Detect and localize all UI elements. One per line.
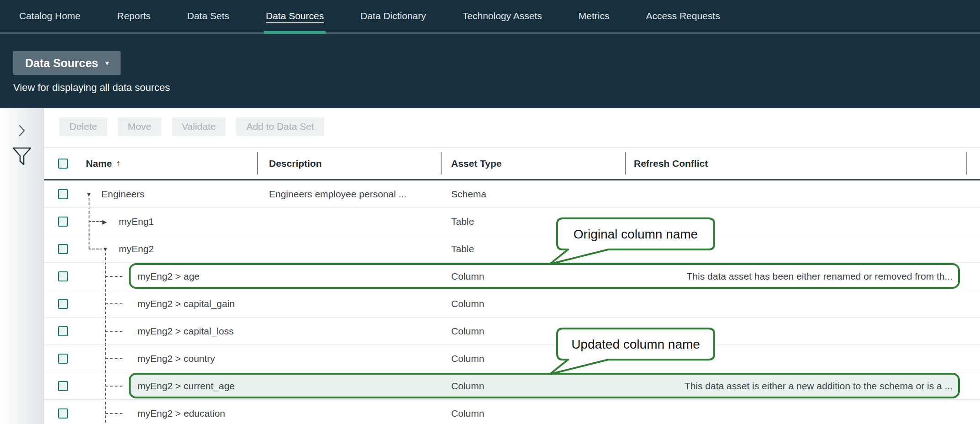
expand-panel-button[interactable] <box>0 125 44 137</box>
row-refresh-conflict <box>634 318 953 344</box>
add-to-data-set-button[interactable]: Add to Data Set <box>236 117 324 136</box>
table-row: myEng2 > current_age Column This data as… <box>44 372 980 400</box>
table-row: ▼ myEng2 Table <box>44 235 980 263</box>
row-asset-type: Column <box>451 290 484 317</box>
nav-item-data-sources[interactable]: Data Sources <box>266 11 324 21</box>
nav-item-data-dictionary[interactable]: Data Dictionary <box>360 11 426 21</box>
row-checkbox[interactable] <box>58 326 68 336</box>
row-refresh-conflict <box>634 180 953 207</box>
row-asset-type: Column <box>451 263 484 290</box>
table-row: myEng2 > education Column <box>44 400 980 424</box>
row-asset-type: Table <box>451 235 474 262</box>
tree-connector <box>89 221 102 222</box>
validate-button[interactable]: Validate <box>172 117 226 136</box>
column-divider <box>441 152 442 175</box>
table-body: ▼ Engineers Engineers employee personal … <box>44 180 980 424</box>
row-name[interactable]: myEng2 <box>119 235 154 262</box>
row-refresh-conflict <box>634 345 953 372</box>
row-asset-type: Column <box>451 345 484 372</box>
row-checkbox[interactable] <box>58 354 68 364</box>
column-divider <box>257 152 258 175</box>
expand-toggle[interactable]: ▼ <box>86 191 92 197</box>
row-asset-type: Column <box>451 318 484 344</box>
row-checkbox[interactable] <box>58 189 68 199</box>
chevron-down-icon: ▾ <box>105 59 109 67</box>
page-header: Data Sources ▾ View for displaying all d… <box>0 34 980 108</box>
row-name[interactable]: myEng2 > capital_gain <box>137 290 235 317</box>
tree-connector <box>105 386 122 387</box>
sort-ascending-icon: ↑ <box>116 159 121 169</box>
row-asset-type: Table <box>451 208 474 235</box>
row-refresh-conflict <box>634 235 953 262</box>
row-checkbox[interactable] <box>58 381 68 391</box>
table-row: ▼ Engineers Engineers employee personal … <box>44 180 980 208</box>
expand-toggle[interactable]: ▼ <box>102 245 108 252</box>
table-row: myEng2 > capital_loss Column <box>44 318 980 345</box>
table-row: myEng2 > age Column This data asset has … <box>44 263 980 290</box>
row-checkbox[interactable] <box>58 408 68 419</box>
delete-button[interactable]: Delete <box>59 117 107 136</box>
row-checkbox[interactable] <box>58 299 68 309</box>
row-refresh-conflict <box>634 400 953 424</box>
row-name[interactable]: myEng2 > age <box>137 263 200 290</box>
filter-funnel-icon <box>12 147 32 166</box>
row-refresh-conflict <box>634 208 953 235</box>
tree-connector <box>105 413 122 414</box>
data-sources-table: Delete Move Validate Add to Data Set Nam… <box>44 108 980 424</box>
select-all-checkbox[interactable] <box>58 159 68 169</box>
column-header-name[interactable]: Name ↑ <box>86 148 121 179</box>
tree-connector <box>105 276 122 277</box>
filter-button[interactable] <box>0 147 44 166</box>
left-rail <box>0 108 44 424</box>
table-header: Name ↑ Description Asset Type Refresh Co… <box>44 147 980 180</box>
data-catalog-page: Catalog Home Reports Data Sets Data Sour… <box>0 0 980 424</box>
row-refresh-conflict <box>634 290 953 317</box>
chevron-right-icon <box>18 125 26 137</box>
content-area: Delete Move Validate Add to Data Set Nam… <box>0 108 980 424</box>
expand-toggle[interactable]: ▶ <box>102 218 107 225</box>
row-name[interactable]: myEng2 > capital_loss <box>137 318 234 344</box>
view-description: View for displaying all data sources <box>13 82 170 94</box>
tree-connector <box>89 249 102 249</box>
row-refresh-conflict: This data asset has been either renamed … <box>634 263 953 290</box>
row-name[interactable]: myEng1 <box>119 208 154 235</box>
nav-item-data-sets[interactable]: Data Sets <box>187 11 229 21</box>
row-name[interactable]: myEng2 > current_age <box>137 372 235 399</box>
nav-item-catalog-home[interactable]: Catalog Home <box>19 11 80 21</box>
table-row: myEng2 > capital_gain Column <box>44 290 980 318</box>
row-asset-type: Column <box>451 372 484 399</box>
row-name[interactable]: myEng2 > country <box>137 345 215 372</box>
table-row: myEng2 > country Column <box>44 345 980 372</box>
tree-connector <box>105 303 122 304</box>
row-name[interactable]: myEng2 > education <box>137 400 225 424</box>
column-divider <box>625 152 626 175</box>
nav-item-metrics[interactable]: Metrics <box>579 11 610 21</box>
nav-item-reports[interactable]: Reports <box>117 11 151 21</box>
row-name[interactable]: Engineers <box>101 180 145 207</box>
tree-connector <box>105 331 122 332</box>
column-header-refresh-conflict[interactable]: Refresh Conflict <box>634 148 708 179</box>
move-button[interactable]: Move <box>118 117 161 136</box>
row-description: Engineers employee personal ... <box>269 180 406 207</box>
row-refresh-conflict: This data asset is either a new addition… <box>634 372 953 399</box>
row-checkbox[interactable] <box>58 244 68 254</box>
column-header-description[interactable]: Description <box>269 148 322 179</box>
row-checkbox[interactable] <box>58 271 68 281</box>
view-selector-label: Data Sources <box>25 57 98 70</box>
tree-connector <box>105 358 122 359</box>
nav-item-technology-assets[interactable]: Technology Assets <box>463 11 542 21</box>
column-header-name-label: Name <box>86 158 112 169</box>
view-selector-button[interactable]: Data Sources ▾ <box>13 51 121 75</box>
row-asset-type: Column <box>451 400 484 424</box>
nav-item-access-requests[interactable]: Access Requests <box>646 11 720 21</box>
table-row: ▶ myEng1 Table <box>44 208 980 235</box>
bulk-actions-toolbar: Delete Move Validate Add to Data Set <box>59 117 324 136</box>
column-divider <box>966 152 967 175</box>
row-checkbox[interactable] <box>58 217 68 227</box>
row-asset-type: Schema <box>451 180 486 207</box>
column-header-asset-type[interactable]: Asset Type <box>451 148 502 179</box>
top-nav: Catalog Home Reports Data Sets Data Sour… <box>0 0 980 34</box>
